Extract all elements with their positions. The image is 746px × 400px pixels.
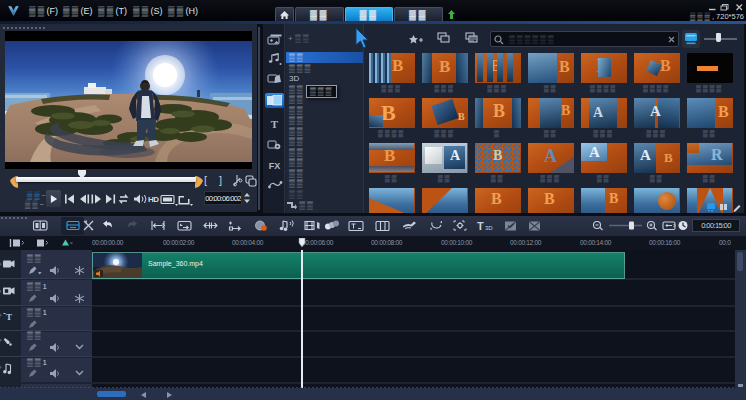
svg-text:HD: HD xyxy=(148,195,159,204)
svg-text:T: T xyxy=(6,312,12,322)
svg-text:T: T xyxy=(477,220,484,232)
svg-text:3D: 3D xyxy=(485,225,493,231)
